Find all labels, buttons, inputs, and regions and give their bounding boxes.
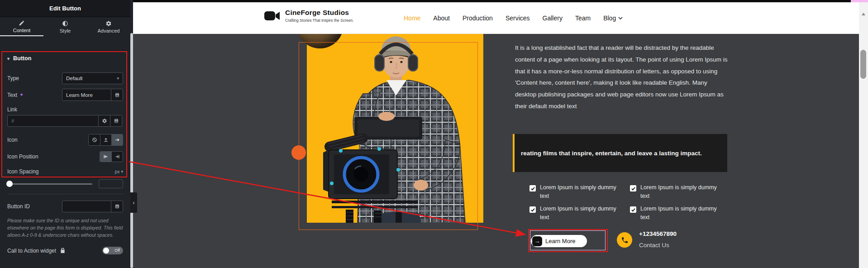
toggle-state-label: Off [114, 248, 120, 253]
type-label: Type [7, 75, 19, 81]
site-preview: It is a long established fact that a rea… [133, 0, 859, 268]
main-nav: Home About Production Services Gallery T… [404, 2, 623, 34]
list-item: Lorem Ipsum is simply dummy text [630, 183, 730, 201]
phone-icon [621, 236, 629, 244]
lock-icon [60, 248, 65, 254]
link-input[interactable] [8, 115, 98, 126]
checkbox-checked[interactable] [529, 185, 536, 191]
top-strip-selection [851, 0, 859, 2]
tab-content-label: Content [13, 28, 31, 33]
checkbox-checked[interactable] [630, 185, 636, 191]
icon-spacing-slider[interactable] [7, 183, 92, 185]
toggle-knob [103, 248, 109, 254]
brand-tagline: Crafting Stories That Inspire the Screen… [285, 18, 354, 23]
nav-services[interactable]: Services [506, 14, 530, 22]
button-id-dynamic-tags-button[interactable] [111, 201, 123, 212]
panel-scrollbar[interactable] [130, 33, 133, 268]
panel-title: Edit Button [0, 0, 130, 17]
icon-spacing-value-input[interactable] [99, 179, 123, 188]
nav-team[interactable]: Team [575, 14, 591, 22]
nav-blog[interactable]: Blog [603, 14, 623, 22]
chevron-down-icon [618, 17, 623, 19]
phone-button[interactable] [617, 232, 632, 248]
tab-style[interactable]: Style [43, 18, 87, 36]
nav-about[interactable]: About [433, 14, 450, 22]
checkbox-label: Lorem Ipsum is simply dummy text [540, 183, 618, 201]
icon-none-button[interactable] [89, 134, 100, 145]
scrollbar-thumb[interactable] [860, 50, 866, 79]
element-hover-outline [299, 42, 478, 230]
unit-select[interactable]: px ▾ [114, 169, 123, 174]
page-scrollbar[interactable] [859, 0, 868, 268]
gear-icon [105, 20, 112, 27]
slider-handle[interactable] [6, 181, 13, 187]
ai-sparkle-icon[interactable]: ✦ [19, 92, 24, 98]
checkbox-checked[interactable] [630, 206, 636, 213]
cta-widget-label: Call to Action widget [7, 248, 65, 254]
video-camera-icon [263, 9, 281, 23]
contrast-icon [62, 20, 68, 27]
chevron-down-icon: ▾ [117, 76, 119, 81]
link-label: Link [7, 106, 123, 113]
nav-gallery[interactable]: Gallery [543, 14, 563, 22]
top-strip [133, 0, 859, 2]
text-input[interactable] [62, 89, 111, 100]
button-id-label: Button ID [7, 203, 30, 210]
tab-content[interactable]: Content [0, 18, 43, 36]
icon-label: Icon [7, 137, 18, 143]
decorative-orange-dot [291, 145, 306, 160]
checkbox-checked[interactable] [529, 206, 536, 213]
button-id-input[interactable] [62, 201, 111, 212]
type-select[interactable]: Default ▾ [62, 72, 123, 84]
site-header: CineForge Studios Crafting Stories That … [133, 2, 859, 34]
arrow-right-icon [114, 137, 120, 143]
dynamic-tags-button[interactable] [111, 89, 123, 100]
tab-style-label: Style [60, 28, 71, 34]
scrollbar-up-arrow[interactable] [862, 13, 865, 15]
icon-position-left-button[interactable] [100, 152, 111, 162]
tab-advanced-label: Advanced [98, 28, 120, 34]
icon-position-label: Icon Position [7, 153, 38, 160]
database-icon [114, 204, 120, 209]
checkbox-label: Lorem Ipsum is simply dummy text [640, 183, 718, 201]
nav-blog-label: Blog [603, 14, 616, 22]
quote-text: reating films that inspire, entertain, a… [515, 150, 708, 157]
brand[interactable]: CineForge Studios Crafting Stories That … [263, 9, 354, 23]
learn-more-label: Learn More [545, 238, 575, 244]
icon-position-right-button[interactable] [111, 152, 123, 162]
icon-chooser [88, 134, 123, 146]
tab-advanced[interactable]: Advanced [87, 18, 130, 36]
button-section-header[interactable]: ▾ Button [7, 55, 123, 62]
checkbox-label: Lorem Ipsum is simply dummy text [540, 205, 618, 222]
quote-block: reating films that inspire, entertain, a… [513, 134, 727, 172]
panel-tabs: Content Style Advanced [0, 18, 130, 36]
learn-more-button[interactable]: → Learn More [531, 235, 587, 247]
elementor-panel: Edit Button Content Style Advanced ▾ But… [0, 0, 133, 268]
align-arrow-left-icon [103, 154, 109, 159]
database-icon [114, 92, 120, 98]
chevron-down-icon: ▾ [121, 169, 123, 174]
link-options-button[interactable] [98, 115, 110, 126]
cta-widget-toggle[interactable]: Off [102, 247, 123, 254]
link-dynamic-tags-button[interactable] [110, 115, 122, 126]
intro-paragraph: It is a long established fact that a rea… [515, 42, 729, 112]
phone-number[interactable]: +1234567890 [639, 230, 677, 237]
list-item: Lorem Ipsum is simply dummy text [630, 205, 730, 222]
unit-value: px [114, 169, 119, 174]
nav-production[interactable]: Production [463, 14, 493, 22]
icon-spacing-label: Icon Spacing [7, 168, 38, 175]
icon-library-button[interactable] [111, 134, 123, 145]
icon-upload-button[interactable] [100, 134, 111, 145]
ban-icon [92, 137, 97, 143]
text-label: Text ✦ [7, 92, 24, 98]
icon-position-control [100, 151, 123, 162]
brand-name: CineForge Studios [285, 9, 354, 17]
arrow-right-icon: → [532, 236, 542, 246]
button-id-help-text: Please make sure the ID is unique and no… [7, 217, 123, 239]
accordion-caret-icon: ▾ [7, 56, 10, 61]
upload-icon [103, 137, 109, 143]
feature-checklist: Lorem Ipsum is simply dummy text Lorem I… [529, 183, 730, 222]
contact-us-label[interactable]: Contact Us [639, 242, 669, 249]
panel-collapse-handle[interactable]: ‹ [130, 192, 137, 213]
nav-home[interactable]: Home [404, 14, 420, 22]
